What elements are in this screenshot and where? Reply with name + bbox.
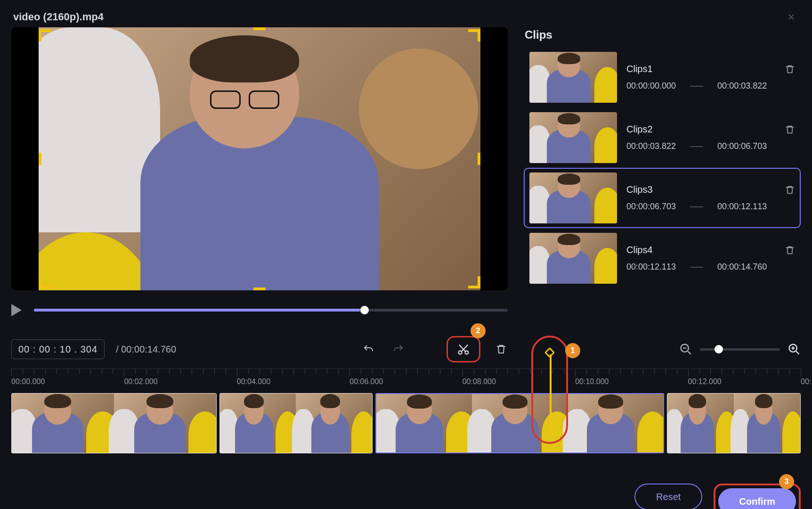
ruler-label: 00:08.000	[463, 378, 496, 386]
clip-thumbnail	[529, 112, 617, 163]
clip-start: 00:00:03.822	[626, 141, 676, 151]
clip-thumbnail	[529, 52, 617, 103]
crop-handle-top-right[interactable]	[468, 29, 480, 41]
crop-handle-bottom[interactable]	[253, 287, 266, 290]
clip-thumbnail	[529, 172, 617, 223]
zoom-slider[interactable]	[700, 348, 780, 351]
timeline-frame	[220, 394, 296, 453]
redo-button[interactable]	[389, 340, 408, 359]
clip-end: 00:00:03.822	[717, 81, 767, 91]
crop-handle-left[interactable]	[39, 153, 41, 165]
clip-name: Clips4	[626, 245, 653, 255]
clip-start: 00:00:06.703	[626, 202, 676, 212]
range-dash	[690, 86, 703, 87]
timeline-segment[interactable]	[219, 393, 373, 453]
clips-panel: Clips Clips100:00:00.00000:00:03.822Clip…	[524, 27, 801, 320]
clip-item[interactable]: Clips100:00:00.00000:00:03.822	[524, 47, 801, 107]
seek-progress	[34, 309, 365, 312]
timeline-ruler[interactable]: 00:00.00000:02.00000:04.00000:06.00000:0…	[11, 369, 801, 391]
seek-slider[interactable]	[34, 309, 508, 312]
timeline-frames[interactable]	[11, 393, 801, 453]
timeline-segment[interactable]	[667, 393, 801, 453]
timeline-frame	[472, 394, 568, 452]
zoom-handle[interactable]	[715, 345, 723, 353]
window-title: video (2160p).mp4	[13, 11, 104, 23]
timeline-segment-selected[interactable]	[375, 393, 664, 453]
trash-icon[interactable]	[785, 185, 795, 195]
clip-item[interactable]: Clips200:00:03.82200:00:06.703	[524, 107, 801, 168]
zoom-controls	[679, 343, 801, 356]
delete-button[interactable]	[492, 340, 511, 359]
timeline-frame	[734, 394, 800, 453]
crop-handle-top-left[interactable]	[39, 29, 51, 41]
crop-handle-top[interactable]	[253, 27, 266, 30]
reset-button[interactable]: Reset	[634, 484, 702, 509]
clip-end: 00:00:12.113	[717, 202, 767, 212]
clip-end: 00:00:14.760	[717, 262, 767, 272]
ruler-label: 00:00.000	[11, 378, 45, 386]
clip-start: 00:00:12.113	[626, 262, 676, 272]
callout-cut: 2	[471, 323, 486, 338]
current-time-input[interactable]: 00 : 00 : 10 . 304	[11, 339, 105, 359]
crop-handle-bottom-right[interactable]	[468, 276, 480, 288]
seek-handle[interactable]	[360, 306, 369, 314]
timeline-frame	[114, 394, 216, 453]
clips-panel-title: Clips	[524, 27, 801, 44]
ruler-label: 00:10.000	[575, 378, 609, 386]
close-icon[interactable]	[785, 10, 798, 24]
timeline-frame	[12, 394, 114, 453]
clip-item[interactable]: Clips400:00:12.11300:00:14.760	[524, 228, 801, 288]
timeline-frame	[667, 394, 734, 453]
preview-column	[11, 27, 508, 320]
timeline-frame	[568, 394, 663, 452]
range-dash	[690, 206, 703, 207]
crop-handle-right[interactable]	[478, 153, 480, 165]
ruler-label: 00:12.000	[688, 378, 722, 386]
ruler-label: 00:06.000	[349, 378, 383, 386]
ruler-label: 00:04.000	[237, 378, 270, 386]
clip-name: Clips1	[626, 64, 653, 74]
clip-end: 00:00:06.703	[717, 141, 767, 151]
range-dash	[690, 146, 703, 147]
video-preview[interactable]	[11, 27, 508, 290]
timeline-frame	[376, 394, 472, 452]
svg-point-0	[459, 351, 462, 354]
clip-start: 00:00:00.000	[626, 81, 676, 91]
ruler-label: 00:14.000	[801, 378, 812, 386]
clip-name: Clips2	[626, 124, 653, 135]
clip-thumbnail	[529, 233, 617, 284]
crop-handle-bottom-left[interactable]	[39, 276, 51, 288]
trash-icon[interactable]	[785, 245, 795, 255]
range-dash	[690, 267, 703, 268]
ruler-label: 00:02.000	[124, 378, 157, 386]
zoom-out-icon[interactable]	[679, 343, 692, 356]
cut-button[interactable]: 2	[447, 336, 480, 362]
trash-icon[interactable]	[785, 64, 795, 74]
zoom-in-icon[interactable]	[788, 343, 801, 356]
clip-item[interactable]: Clips300:00:06.70300:00:12.113	[524, 168, 801, 228]
total-time-label: / 00:00:14.760	[116, 344, 176, 355]
play-button[interactable]	[11, 304, 22, 316]
svg-point-1	[465, 351, 469, 354]
clip-name: Clips3	[626, 184, 653, 195]
undo-button[interactable]	[359, 340, 378, 359]
callout-confirm: 3	[779, 474, 794, 489]
confirm-button[interactable]: Confirm	[718, 488, 796, 509]
timeline-frame	[296, 394, 372, 453]
confirm-highlight: Confirm 3	[714, 484, 801, 509]
trash-icon[interactable]	[785, 124, 795, 135]
timeline-segment[interactable]	[11, 393, 217, 453]
